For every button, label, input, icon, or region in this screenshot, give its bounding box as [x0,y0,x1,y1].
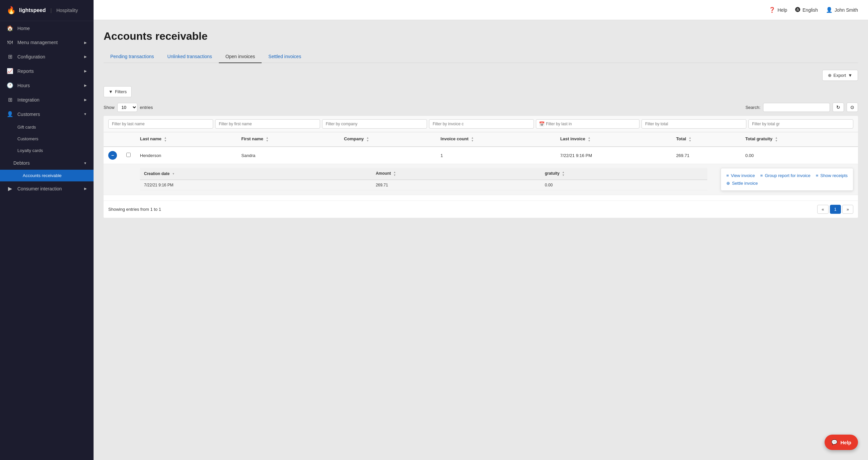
col-total-gratuity[interactable]: Total gratuity ▲▼ [741,132,858,147]
sidebar-item-label: Reports [18,68,34,74]
sidebar-item-loyalty-cards[interactable]: Loyalty cards [0,145,94,156]
next-page-button[interactable]: » [842,205,853,214]
pagination-buttons: « 1 » [817,205,853,214]
tab-unlinked-transactions[interactable]: Unlinked transactions [161,51,219,63]
settings-button[interactable]: ⊙ [847,102,858,112]
sidebar-item-reports[interactable]: 📈 Reports ▶ [0,64,94,78]
sub-col-label: Amount [376,171,391,176]
sidebar-item-accounts-receivable[interactable]: Accounts receivable [0,170,94,181]
sidebar-item-customers-sub[interactable]: Customers [0,133,94,145]
sidebar-item-customers[interactable]: 👤 Customers ▼ [0,107,94,121]
sub-col-gratuity[interactable]: gratuity ▲▼ [541,168,707,180]
show-receipts-link[interactable]: ≡ Show receipts [816,173,848,178]
view-invoice-link[interactable]: ≡ View invoice [726,173,755,178]
sort-icons: ▲▼ [775,136,778,142]
sidebar-item-home[interactable]: 🏠 Home [0,21,94,35]
sort-icon: ▲▼ [562,171,565,177]
table-row: − Henderson Sandra 1 7/22/21 9:16 PM 269… [103,147,858,164]
group-report-icon: ≡ [761,173,763,178]
sidebar-item-consumer-interaction[interactable]: ▶ Consumer interaction ▶ [0,181,94,196]
col-first-name[interactable]: First name ▲▼ [237,132,339,147]
checkbox-cell [122,147,135,164]
action-row-2: ⊕ Settle invoice [726,181,848,186]
user-menu[interactable]: 👤 John Smith [826,7,858,13]
view-invoice-icon: ≡ [726,173,729,178]
col-checkbox [122,132,135,147]
logo-icon: 🔥 [7,6,16,15]
sidebar-item-configuration[interactable]: ⊞ Configuration ▶ [0,50,94,64]
consumer-icon: ▶ [7,185,13,192]
filter-first-name-input[interactable] [215,119,320,129]
filters-button[interactable]: ▼ Filters [103,86,132,97]
expand-button[interactable]: − [108,151,117,160]
cell-total-gratuity: 0.00 [741,147,858,164]
show-receipts-label: Show receipts [820,173,848,178]
tab-open-invoices[interactable]: Open invoices [219,51,262,63]
sub-col-amount[interactable]: Amount ▲▼ [372,168,541,180]
chevron-right-icon: ▶ [84,98,87,101]
expand-cell: − [103,147,122,164]
sidebar-item-integration[interactable]: ⊞ Integration ▶ [0,93,94,107]
filter-last-invoice-input[interactable]: 📅 [536,119,640,129]
sort-icon: ▼ [172,173,175,175]
sidebar-item-label: Consumer interaction [18,186,62,191]
export-dropdown-icon: ▼ [848,73,852,78]
language-selector[interactable]: 🅐 English [795,7,818,13]
filter-total-gratuity-input[interactable] [748,119,853,129]
chevron-right-icon: ▶ [84,41,87,44]
header: ❓ Help 🅐 English 👤 John Smith [94,0,868,20]
col-total[interactable]: Total ▲▼ [672,132,741,147]
expanded-spacer [103,164,135,195]
filter-invoice-input[interactable] [429,119,534,129]
sub-table-row: 7/22/21 9:16 PM 269.71 0.00 [140,180,707,190]
sub-col-creation-date[interactable]: Creation date ▼ [140,168,372,180]
table-container: 📅 Last name ▲▼ Firs [103,116,858,218]
filter-last-invoice-text[interactable] [546,122,579,126]
cell-total: 269.71 [672,147,741,164]
page-1-button[interactable]: 1 [830,205,841,214]
entries-select[interactable]: 10 25 50 100 [117,103,137,112]
col-last-name[interactable]: Last name ▲▼ [135,132,237,147]
data-table: Last name ▲▼ First name ▲▼ Company ▲▼ [103,132,858,195]
controls-row: Show 10 25 50 100 entries Search: ↻ ⊙ [103,102,858,112]
prev-page-button[interactable]: « [817,205,828,214]
col-company[interactable]: Company ▲▼ [339,132,436,147]
filter-inputs-row: 📅 [103,116,858,132]
help-menu-item[interactable]: ❓ Help [769,7,787,13]
col-last-invoice[interactable]: Last invoice ▲▼ [556,132,672,147]
tabs: Pending transactions Unlinked transactio… [103,51,858,63]
settle-invoice-link[interactable]: ⊕ Settle invoice [726,181,758,186]
sidebar-item-menu-management[interactable]: 🍽 Menu management ▶ [0,35,94,50]
integration-icon: ⊞ [7,96,13,103]
sidebar-item-hours[interactable]: 🕐 Hours ▶ [0,78,94,93]
reports-icon: 📈 [7,68,13,74]
expanded-row: Creation date ▼ Amount ▲▼ [103,164,858,195]
sidebar-item-label: Hours [18,83,30,88]
group-report-link[interactable]: ≡ Group report for invoice [761,173,810,178]
filter-company-input[interactable] [322,119,427,129]
col-expand [103,132,122,147]
cell-last-invoice: 7/22/21 9:16 PM [556,147,672,164]
col-company-label: Company [344,136,364,141]
pagination-info: Showing entries from 1 to 1 [108,207,161,212]
filter-last-name-input[interactable] [108,119,213,129]
filter-total-input[interactable] [642,119,746,129]
sidebar-item-gift-cards[interactable]: Gift cards [0,121,94,133]
help-fab[interactable]: 💬 Help [825,435,858,450]
help-circle-icon: ❓ [769,7,775,13]
expanded-content: Creation date ▼ Amount ▲▼ [135,164,858,195]
col-invoice-count[interactable]: Invoice count ▲▼ [436,132,556,147]
refresh-button[interactable]: ↻ [833,102,844,112]
sidebar: 🔥 lightspeed | Hospitality 🏠 Home 🍽 Menu… [0,0,94,460]
row-checkbox[interactable] [126,153,131,157]
tab-pending-transactions[interactable]: Pending transactions [103,51,161,63]
calendar-icon: 📅 [539,121,545,127]
page-content: Accounts receivable Pending transactions… [94,20,868,460]
sub-cell-gratuity: 0.00 [541,180,707,190]
export-button[interactable]: ⊕ Export ▼ [822,70,858,81]
search-input[interactable] [763,103,830,112]
sidebar-item-debtors[interactable]: Debtors ▼ [0,156,94,170]
tab-settled-invoices[interactable]: Settled invoices [261,51,308,63]
export-icon: ⊕ [828,73,832,78]
user-icon: 👤 [826,7,833,13]
